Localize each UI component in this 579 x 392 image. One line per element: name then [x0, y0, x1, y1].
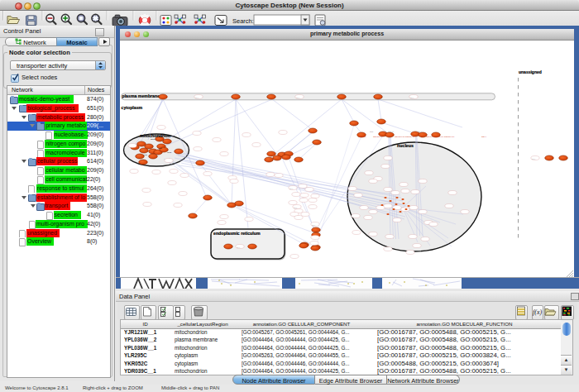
svg-text:mitochondrion: mitochondrion [140, 133, 170, 138]
svg-text:t/tra: t/tra [370, 131, 374, 133]
svg-text:plasma membrane: plasma membrane [122, 93, 160, 98]
svg-text:nucleus: nucleus [397, 143, 414, 148]
svg-text:unassigned: unassigned [519, 69, 542, 74]
svg-text:GO:00444: GO:00444 [373, 136, 383, 138]
svg-text:GO:0016: GO:0016 [358, 136, 366, 138]
svg-text:Network: Network [23, 39, 46, 46]
svg-text:Qcr2: Qcr2 [167, 151, 172, 154]
svg-text:Search:: Search: [232, 17, 254, 25]
svg-text:GO:4: GO:4 [417, 131, 422, 133]
svg-text:Cyt1: Cyt1 [143, 154, 148, 156]
svg-text:GO:4: GO:4 [481, 136, 486, 138]
svg-text:Atp2: Atp2 [158, 147, 163, 150]
svg-text:Sdh1: Sdh1 [151, 138, 156, 141]
svg-text:f(x): f(x) [533, 308, 542, 316]
svg-text:Mosaic: Mosaic [66, 39, 87, 46]
svg-text:endoplasmic reticulum: endoplasmic reticulum [213, 231, 261, 236]
svg-text:GO:0444 GO:00444 GO:004444: GO:0444 GO:00444 GO:004444 [426, 136, 455, 138]
svg-text:GO:004446 GO:00448: GO:004446 GO:00448 [395, 136, 415, 138]
svg-text:GO:44: GO:44 [388, 131, 395, 133]
svg-text:cytoplasm: cytoplasm [122, 105, 143, 110]
